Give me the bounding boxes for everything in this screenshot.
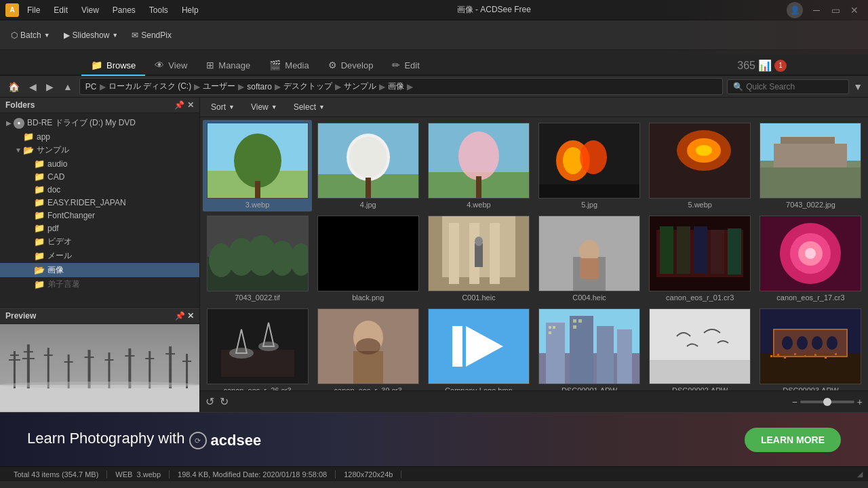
zoom-slider[interactable] [800, 401, 854, 403]
sidebar-close-button[interactable]: ✕ [187, 100, 194, 110]
thumb-filename: C004.heic [572, 293, 606, 302]
search-box[interactable]: 🔍 [727, 79, 849, 94]
menu-panes[interactable]: Panes [110, 4, 138, 16]
thumb-dsc00001[interactable]: DSC00001.ARW [535, 306, 644, 390]
thumb-filename: 4.webp [467, 201, 490, 209]
thumb-canon26[interactable]: canon_eos_r_26.cr3 [203, 306, 312, 390]
preview-pin-button[interactable]: 📌 [175, 311, 185, 321]
menu-view[interactable]: View [79, 4, 102, 16]
menu-file[interactable]: File [24, 4, 43, 16]
up-button[interactable]: ▲ [60, 80, 75, 94]
thumb-dsc00002[interactable]: DSC00002.ARW [646, 306, 755, 390]
tree-item-cad[interactable]: 📁 CAD [0, 170, 199, 183]
sendpix-button[interactable]: ✉ SendPix [126, 28, 177, 43]
thumb-canon17[interactable]: canon_eos_r_17.cr3 [756, 213, 865, 304]
tree-item-label: audio [47, 159, 67, 169]
tree-item-easyrider[interactable]: 📁 EASY.RIDER_JAPAN [0, 196, 199, 209]
filter-icon[interactable]: ▼ [853, 81, 863, 92]
thumb-canon01[interactable]: canon_eos_r_01.cr3 [646, 213, 755, 304]
thumb-dsc00003[interactable]: DSC00003.ARW [756, 306, 865, 390]
batch-button[interactable]: ⬡ Batch ▼ [5, 28, 56, 43]
maximize-button[interactable]: ▭ [827, 3, 844, 17]
menu-tools[interactable]: Tools [146, 4, 171, 16]
breadcrumb-users[interactable]: ユーザー [203, 81, 235, 92]
thumb-company-logo[interactable]: Company-Logo.bmp [424, 306, 533, 390]
breadcrumb-images[interactable]: 画像 [388, 81, 404, 92]
thumb-image [207, 308, 309, 384]
svg-rect-63 [449, 223, 459, 284]
select-button[interactable]: Select ▼ [288, 100, 330, 114]
tree-item-other[interactable]: 📁 弟子言薯 [0, 277, 199, 291]
breadcrumb-user[interactable]: softaro [247, 82, 272, 92]
menu-help[interactable]: Help [179, 4, 201, 16]
back-button[interactable]: ◀ [26, 80, 39, 94]
thumb-5jpg[interactable]: 5.jpg [535, 120, 644, 211]
tree-item-mail[interactable]: 📁 メール [0, 249, 199, 263]
tab-edit[interactable]: ✏ Edit [382, 56, 429, 76]
refresh2-button[interactable]: ↻ [220, 395, 229, 408]
thumb-image [428, 123, 530, 199]
tree-item-video[interactable]: 📁 ビデオ [0, 235, 199, 249]
sort-dropdown-icon: ▼ [229, 104, 235, 110]
365-icon[interactable]: 365 [737, 60, 755, 72]
view-button[interactable]: View ▼ [245, 100, 283, 114]
preview-image [0, 324, 199, 412]
thumb-filename: 4.jpg [360, 201, 376, 209]
svg-point-123 [782, 336, 793, 350]
user-avatar[interactable]: 👤 [787, 2, 803, 18]
breadcrumb-desktop[interactable]: デスクトップ [283, 81, 332, 92]
thumb-image [207, 216, 309, 291]
thumb-c001heic[interactable]: C001.heic [424, 213, 533, 304]
svg-rect-71 [580, 258, 599, 279]
thumb-filename: 5.webp [688, 201, 712, 209]
thumb-3webp[interactable]: 3.webp [203, 120, 312, 211]
chart-icon[interactable]: 📊 [758, 59, 772, 72]
thumb-5webp[interactable]: 5.webp [646, 120, 755, 211]
thumb-blackpng[interactable]: black.png [313, 213, 422, 304]
tree-item-audio[interactable]: 📁 audio [0, 157, 199, 170]
tree-item-images[interactable]: 📂 画像 [0, 263, 199, 277]
preview-title: Preview [5, 311, 36, 321]
tree-item-fontchanger[interactable]: 📁 FontChanger [0, 209, 199, 222]
breadcrumb-sample[interactable]: サンプル [344, 81, 376, 92]
tree-item-doc[interactable]: 📁 doc [0, 183, 199, 196]
tab-view[interactable]: 👁 View [145, 56, 197, 76]
thumb-7043tif[interactable]: 7043_0022.tif [203, 213, 312, 304]
zoom-plus-button[interactable]: + [857, 396, 863, 407]
forward-button[interactable]: ▶ [43, 80, 56, 94]
thumb-canon39[interactable]: canon_eos_r_39.cr3 [313, 306, 422, 390]
tab-media[interactable]: 🎬 Media [260, 56, 318, 76]
tab-manage[interactable]: ⊞ Manage [197, 56, 260, 76]
breadcrumb-pc[interactable]: PC [85, 82, 97, 92]
tab-develop[interactable]: ⚙ Develop [319, 56, 383, 76]
tree-item-app[interactable]: 📁 app [0, 130, 199, 143]
thumb-7043jpg[interactable]: 7043_0022.jpg [756, 120, 865, 211]
thumb-4jpg[interactable]: 4.jpg [313, 120, 422, 211]
refresh-button[interactable]: ↺ [205, 395, 214, 408]
slideshow-button[interactable]: ▶ Slideshow ▼ [58, 28, 124, 43]
tab-browse[interactable]: 📁 Browse [81, 56, 145, 76]
sidebar-title: Folders [5, 100, 35, 110]
menu-edit[interactable]: Edit [51, 4, 71, 16]
learn-more-button[interactable]: LEARN MORE [745, 428, 841, 452]
status-dimensions: 1280x720x24b [336, 470, 401, 479]
svg-rect-4 [9, 359, 20, 361]
tree-item-bd[interactable]: ▶ ● BD-RE ドライブ (D:) My DVD [0, 116, 199, 130]
svg-rect-6 [24, 351, 33, 352]
tree-item-pdf[interactable]: 📁 pdf [0, 222, 199, 235]
zoom-minus-button[interactable]: − [792, 396, 797, 407]
preview-close-button[interactable]: ✕ [187, 311, 194, 321]
expand-icon: ▼ [14, 146, 23, 154]
close-button[interactable]: ✕ [846, 3, 863, 17]
resize-grip[interactable]: ◢ [857, 470, 863, 479]
search-input[interactable] [746, 82, 834, 92]
minimize-button[interactable]: ─ [808, 3, 825, 17]
thumb-c004heic[interactable]: C004.heic [535, 213, 644, 304]
svg-point-125 [812, 336, 823, 350]
sidebar-pin-button[interactable]: 📌 [174, 100, 184, 110]
breadcrumb-drive[interactable]: ローカル ディスク (C:) [108, 81, 192, 92]
thumb-4webp[interactable]: 4.webp [424, 120, 533, 211]
home-button[interactable]: 🏠 [5, 80, 22, 94]
sort-button[interactable]: Sort ▼ [205, 100, 240, 114]
tree-item-sample[interactable]: ▼ 📂 サンプル [0, 143, 199, 157]
